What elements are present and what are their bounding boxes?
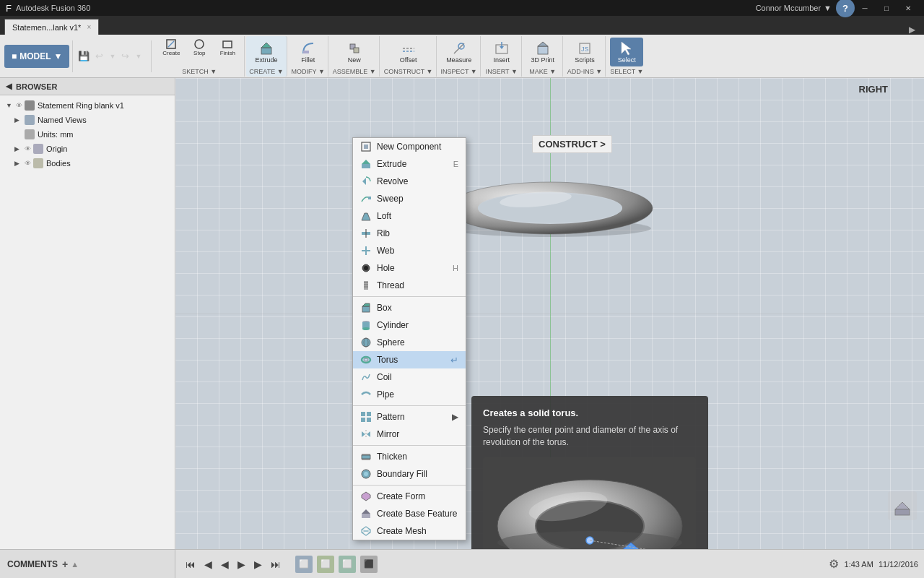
origin-item[interactable]: ▶ 👁 Origin	[0, 142, 175, 156]
menu-boundary-fill[interactable]: Boundary Fill	[353, 465, 466, 483]
units-item[interactable]: ▶ Units: mm	[0, 127, 175, 142]
menu-thicken[interactable]: Thicken	[353, 448, 466, 465]
menu-coil[interactable]: Coil	[353, 368, 466, 386]
select-btn[interactable]: Select	[610, 38, 643, 66]
create-base-feature-label: Create Base Feature	[377, 509, 457, 519]
expand-btn[interactable]: ▶	[909, 25, 920, 35]
root-icon	[25, 100, 35, 111]
hole-label: Hole	[377, 263, 395, 273]
make-3d-btn[interactable]: 3D Print	[526, 38, 559, 66]
timeline-icon-1[interactable]: ⬜	[295, 556, 313, 573]
inspect-group-label[interactable]: INSPECT ▼	[441, 68, 477, 75]
addins-group-label[interactable]: ADD-INS ▼	[567, 68, 602, 75]
assemble-group-label[interactable]: ASSEMBLE ▼	[333, 68, 376, 75]
menu-create-base-feature[interactable]: Create Base Feature	[353, 505, 466, 522]
tab-close-button[interactable]: ×	[87, 23, 91, 31]
playback-first-btn[interactable]: ⏮	[183, 557, 199, 571]
select-group-label[interactable]: SELECT ▼	[610, 68, 643, 75]
menu-pipe[interactable]: Pipe	[353, 386, 466, 403]
browser-root-item[interactable]: ▼ 👁 Statement Ring blank v1	[0, 98, 175, 113]
hole-shortcut: H	[453, 264, 458, 272]
menu-web[interactable]: Web	[353, 242, 466, 259]
playback-step-fwd-btn[interactable]: ▶	[235, 557, 248, 571]
settings-gear-button[interactable]: ⚙	[829, 557, 839, 571]
tooltip-description: Specify the center point and diameter of…	[483, 424, 697, 449]
help-button[interactable]: ?	[836, 0, 855, 17]
redo-button[interactable]: ↪	[119, 51, 131, 61]
undo-button[interactable]: ↩	[93, 51, 105, 61]
menu-revolve[interactable]: Revolve	[353, 173, 466, 190]
svg-marker-20	[622, 42, 631, 55]
construct-group-label[interactable]: CONSTRUCT ▼	[384, 68, 433, 75]
playback-prev-btn[interactable]: ◀	[201, 557, 215, 571]
document-tab[interactable]: Statemen...lank v1* ×	[4, 19, 99, 35]
sketch-create-btn[interactable]: Create	[157, 38, 185, 58]
menu-box[interactable]: Box	[353, 299, 466, 316]
menu-pattern[interactable]: Pattern ▶	[353, 408, 466, 426]
origin-arrow: ▶	[14, 145, 22, 152]
minimize-button[interactable]: ─	[855, 2, 875, 14]
inspect-measure-btn[interactable]: Measure	[443, 38, 476, 66]
menu-sweep[interactable]: Sweep	[353, 190, 466, 207]
sketch-finish-icon	[222, 38, 233, 50]
menu-rib[interactable]: Rib	[353, 225, 466, 242]
inspect-label: Measure	[446, 57, 471, 64]
web-menu-icon	[360, 245, 372, 256]
svg-marker-32	[362, 213, 370, 220]
playback-fwd-btn[interactable]: ▶	[251, 557, 265, 571]
menu-sphere[interactable]: Sphere	[353, 334, 466, 351]
select-cursor-icon	[619, 40, 635, 56]
bodies-arrow: ▶	[14, 160, 22, 167]
redo-dropdown[interactable]: ▼	[133, 53, 144, 60]
menu-mirror[interactable]: Mirror	[353, 426, 466, 443]
timeline-icon-3[interactable]: ⬜	[339, 556, 356, 573]
model-selector[interactable]: ■ MODEL ▼	[4, 45, 69, 68]
ring-svg	[442, 179, 658, 237]
timeline-icon-4[interactable]: ⬛	[360, 556, 378, 573]
comments-expand-btn[interactable]: ▲	[71, 560, 79, 569]
construct-offset-btn[interactable]: Offset	[392, 38, 425, 66]
insert-canvas-btn[interactable]: Insert	[485, 38, 518, 66]
menu-extrude[interactable]: Extrude E	[353, 155, 466, 173]
menu-torus[interactable]: Torus ↵	[353, 351, 466, 368]
close-button[interactable]: ✕	[898, 2, 918, 14]
menu-create-mesh[interactable]: Create Mesh	[353, 522, 466, 540]
assemble-new-btn[interactable]: New	[338, 38, 371, 66]
modify-fillet-btn[interactable]: Fillet	[292, 38, 325, 66]
create-group-label[interactable]: CREATE ▼	[249, 68, 283, 75]
menu-thread[interactable]: Thread	[353, 277, 466, 294]
insert-group-label[interactable]: INSERT ▼	[486, 68, 518, 75]
named-views-item[interactable]: ▶ Named Views	[0, 113, 175, 127]
menu-loft[interactable]: Loft	[353, 207, 466, 225]
tooltip-title: Creates a solid torus.	[483, 407, 697, 418]
addins-scripts-btn[interactable]: JS Scripts	[568, 38, 601, 66]
viewport[interactable]: RIGHT CONSTRUCT > New Component Extrude …	[175, 78, 924, 549]
menu-create-form[interactable]: Create Form	[353, 488, 466, 505]
sketch-stop-btn[interactable]: Stop	[186, 38, 213, 58]
toolbar: ■ MODEL ▼ 💾 ↩ ▼ ↪ ▼ Create Stop Finish	[0, 35, 924, 78]
bodies-item[interactable]: ▶ 👁 Bodies	[0, 156, 175, 171]
browser-collapse-arrow[interactable]: ◀	[6, 82, 12, 91]
origin-visibility-eye[interactable]: 👁	[25, 145, 31, 152]
bodies-visibility-eye[interactable]: 👁	[25, 160, 31, 167]
menu-new-component[interactable]: New Component	[353, 138, 466, 155]
inspect-row: Measure	[443, 38, 476, 66]
make-group-label[interactable]: MAKE ▼	[529, 68, 556, 75]
sketch-finish-label: Finish	[220, 50, 235, 56]
menu-hole[interactable]: Hole H	[353, 259, 466, 277]
undo-dropdown[interactable]: ▼	[107, 53, 118, 60]
timeline-icon-2[interactable]: ⬜	[317, 556, 334, 573]
save-button[interactable]: 💾	[76, 51, 92, 61]
nav-cube[interactable]	[888, 491, 917, 520]
modify-group-label[interactable]: MODIFY ▼	[292, 68, 325, 75]
maximize-button[interactable]: □	[876, 2, 897, 14]
create-extrude-btn[interactable]: Extrude	[250, 38, 283, 66]
comments-add-button[interactable]: +	[62, 558, 68, 570]
root-visibility-eye[interactable]: 👁	[16, 102, 22, 109]
playback-step-back-btn[interactable]: ◀	[218, 557, 232, 571]
sketch-group-label[interactable]: SKETCH ▼	[182, 68, 217, 75]
sketch-finish-btn[interactable]: Finish	[214, 38, 241, 58]
playback-last-btn[interactable]: ⏭	[268, 557, 284, 571]
menu-cylinder[interactable]: Cylinder	[353, 316, 466, 334]
title-bar: F Autodesk Fusion 360 Connor Mccumber ▼ …	[0, 0, 924, 16]
